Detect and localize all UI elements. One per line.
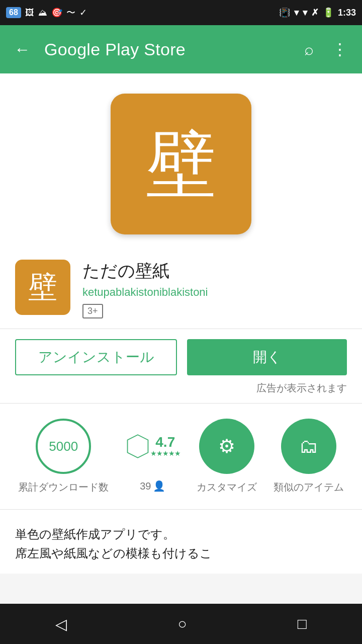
status-left: 68 🖼 ⛰ 🎯 〜 ✓	[6, 7, 87, 19]
buttons-section: アンインストール 開く	[0, 329, 362, 379]
search-button[interactable]: ⌕	[300, 36, 318, 63]
downloads-circle: 5000	[36, 419, 91, 474]
vibrate-icon: 📳	[279, 7, 290, 18]
app-info-section: 壁 ただの壁紙 ketupablakistoniblakistoni 3+	[0, 250, 362, 329]
rating-stars: ★★★★★	[150, 449, 180, 457]
downloads-label: 累計ダウンロード数	[18, 480, 109, 494]
stat-rating[interactable]: 4.7 ★★★★★ 39 👤	[125, 419, 180, 494]
app-icon-kanji: 壁	[146, 129, 216, 199]
clock: 1:33	[338, 8, 356, 18]
content-area: 壁 壁 ただの壁紙 ketupablakistoniblakistoni 3+ …	[0, 73, 362, 574]
app-details: ただの壁紙 ketupablakistoniblakistoni 3+	[82, 260, 347, 318]
battery-icon: 🔋	[323, 7, 334, 18]
uninstall-button[interactable]: アンインストール	[15, 339, 177, 375]
app-icon-small: 壁	[15, 260, 70, 315]
review-count: 39	[140, 480, 151, 492]
signal-icon: ▾	[294, 7, 299, 18]
downloads-value: 5000	[49, 439, 78, 454]
customize-label: カスタマイズ	[197, 480, 257, 494]
wifi-icon: ▾	[303, 7, 307, 18]
back-button[interactable]: ←	[10, 36, 34, 63]
mountain-icon: ⛰	[38, 8, 47, 18]
stat-similar[interactable]: 🗂 類似のアイテム	[274, 419, 344, 494]
rating-hex: 4.7 ★★★★★	[125, 419, 180, 474]
svg-marker-0	[127, 435, 148, 457]
no-signal-icon: ✗	[311, 7, 319, 18]
nav-back-button[interactable]: ◁	[35, 610, 87, 638]
hero-section: 壁	[0, 73, 362, 250]
customize-circle: ⚙	[199, 419, 254, 474]
app-developer[interactable]: ketupablakistoniblakistoni	[82, 286, 347, 299]
notification-badge: 68	[6, 7, 21, 18]
app-icon-hero: 壁	[111, 94, 251, 234]
ad-notice: 広告が表示されます	[0, 379, 362, 403]
person-icon: 👤	[153, 480, 165, 492]
bottom-nav: ◁ ○ □	[0, 604, 362, 644]
similar-icon: 🗂	[299, 436, 318, 457]
wave-icon: 〜	[66, 7, 75, 19]
status-bar: 68 🖼 ⛰ 🎯 〜 ✓ 📳 ▾ ▾ ✗ 🔋 1:33	[0, 0, 362, 25]
status-right: 📳 ▾ ▾ ✗ 🔋 1:33	[279, 7, 356, 18]
hex-svg	[125, 419, 150, 474]
rating-sublabel: 39 👤	[140, 480, 165, 492]
check-icon: ✓	[79, 7, 87, 18]
rating-value: 4.7	[155, 435, 175, 449]
age-badge: 3+	[82, 304, 103, 318]
page-title: Google Play Store	[44, 40, 290, 59]
app-bar: ← Google Play Store ⌕ ⋮	[0, 25, 362, 73]
similar-label: 類似のアイテム	[274, 480, 344, 494]
app-icon-small-kanji: 壁	[28, 268, 57, 307]
stat-downloads: 5000 累計ダウンロード数	[18, 419, 109, 494]
similar-circle: 🗂	[281, 419, 336, 474]
nav-home-button[interactable]: ○	[157, 610, 207, 637]
photo-icon: 🖼	[25, 8, 34, 18]
description-section: 単色の壁紙作成アプリです。 席左風や紙風などの模様も付けるこ	[0, 510, 362, 574]
description-line2: 席左風や紙風などの模様も付けるこ	[15, 544, 347, 563]
description-line1: 単色の壁紙作成アプリです。	[15, 525, 347, 544]
stat-customize[interactable]: ⚙ カスタマイズ	[197, 419, 257, 494]
customize-icon: ⚙	[218, 435, 235, 457]
more-button[interactable]: ⋮	[328, 36, 352, 63]
rating-content: 4.7 ★★★★★	[150, 435, 180, 457]
app-name: ただの壁紙	[82, 260, 347, 283]
stats-section: 5000 累計ダウンロード数 4.7 ★★★★★ 39 👤	[0, 403, 362, 510]
open-button[interactable]: 開く	[187, 339, 347, 375]
nav-recent-button[interactable]: □	[278, 610, 327, 637]
target-icon: 🎯	[51, 7, 62, 18]
